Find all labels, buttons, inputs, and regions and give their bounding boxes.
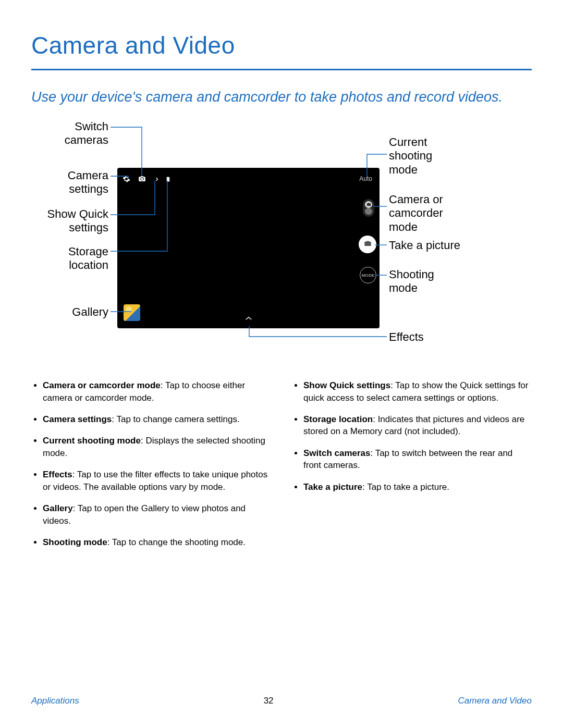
title-rule: [31, 69, 532, 70]
bullet-item: Camera or camcorder mode: Tap to choose …: [43, 379, 271, 404]
bullet-item: Switch cameras: Tap to switch between th…: [303, 447, 532, 472]
bullet-item: Current shooting mode: Displays the sele…: [43, 435, 271, 459]
callout-camera-settings: Camerasettings: [31, 169, 108, 196]
callout-show-quick: Show Quicksettings: [31, 207, 108, 235]
bullet-term: Camera or camcorder mode: [43, 380, 161, 390]
mode-button: MODE: [360, 267, 376, 283]
bullet-item: Take a picture: Tap to take a picture.: [303, 481, 532, 493]
camera-toggle-dot: [365, 201, 372, 208]
bullet-desc: : Tap to open the Gallery to view photos…: [43, 503, 246, 525]
callout-cam-camcorder: Camera orcamcordermode: [389, 193, 493, 234]
bullet-item: Effects: Tap to use the filter effects t…: [43, 468, 271, 493]
camcorder-toggle-dot: [365, 208, 372, 215]
callout-storage: Storagelocation: [31, 245, 108, 273]
bullet-term: Current shooting mode: [43, 436, 141, 446]
bullet-term: Gallery: [43, 503, 73, 513]
footer-page-number: 32: [264, 696, 274, 706]
shutter-button: [359, 236, 376, 253]
bullet-item: Storage location: Indicates that picture…: [303, 413, 532, 438]
callout-take-picture: Take a picture: [389, 239, 514, 252]
footer-left: Applications: [31, 696, 79, 706]
bullet-desc: : Tap to use the filter effects to take …: [43, 470, 267, 491]
camera-diagram: Switchcameras Camerasettings Show Quicks…: [31, 120, 532, 357]
bullet-desc: : Tap to change the shooting mode.: [107, 537, 246, 547]
bullet-term: Take a picture: [303, 482, 362, 492]
description-columns: Camera or camcorder mode: Tap to choose …: [31, 379, 532, 558]
bullet-term: Switch cameras: [303, 448, 371, 458]
callout-switch-cameras: Switchcameras: [31, 120, 108, 147]
callout-current-mode: Currentshootingmode: [389, 135, 493, 177]
bullet-item: Shooting mode: Tap to change the shootin…: [43, 536, 271, 548]
intro-text: Use your device's camera and camcorder t…: [31, 88, 532, 106]
callout-shooting-mode: Shootingmode: [389, 268, 493, 295]
mode-button-label: MODE: [361, 273, 374, 278]
page-footer: Applications 32 Camera and Video: [31, 696, 532, 706]
chevron-right-icon: [154, 176, 160, 182]
bullet-item: Gallery: Tap to open the Gallery to view…: [43, 502, 271, 527]
callout-gallery: Gallery: [31, 305, 108, 319]
bullet-item: Show Quick settings: Tap to show the Qui…: [303, 379, 532, 404]
gallery-thumbnail: [124, 304, 140, 321]
bullet-desc: : Tap to change camera settings.: [112, 414, 239, 424]
effects-caret-icon: [242, 314, 255, 325]
storage-icon: [165, 176, 171, 183]
footer-right: Camera and Video: [458, 696, 532, 706]
page-title: Camera and Video: [31, 31, 532, 59]
gear-icon: [123, 175, 130, 183]
bullet-list-left: Camera or camcorder mode: Tap to choose …: [31, 379, 271, 549]
bullet-term: Show Quick settings: [303, 380, 390, 390]
bullet-term: Storage location: [303, 414, 373, 424]
auto-mode-label: Auto: [359, 175, 372, 182]
bullet-term: Shooting mode: [43, 537, 107, 547]
bullet-item: Camera settings: Tap to change camera se…: [43, 413, 271, 425]
left-column: Camera or camcorder mode: Tap to choose …: [31, 379, 271, 558]
switch-camera-icon: [138, 175, 146, 183]
camera-camcorder-toggle: [363, 199, 374, 217]
bullet-term: Effects: [43, 470, 72, 479]
right-column: Show Quick settings: Tap to show the Qui…: [292, 379, 532, 558]
callout-effects: Effects: [389, 330, 493, 344]
camera-icon: [364, 240, 372, 250]
bullet-term: Camera settings: [43, 414, 112, 424]
camera-screenshot: Auto MODE: [117, 168, 380, 328]
bullet-desc: : Tap to take a picture.: [362, 482, 449, 492]
camera-topbar: [123, 175, 171, 183]
bullet-list-right: Show Quick settings: Tap to show the Qui…: [292, 379, 532, 493]
